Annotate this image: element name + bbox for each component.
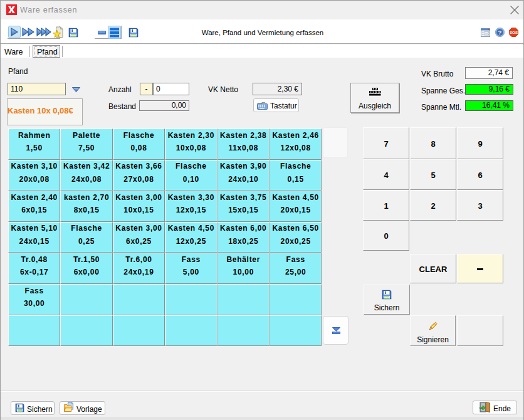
svg-text:SOS: SOS xyxy=(510,30,518,34)
svg-text:?: ? xyxy=(498,29,502,36)
